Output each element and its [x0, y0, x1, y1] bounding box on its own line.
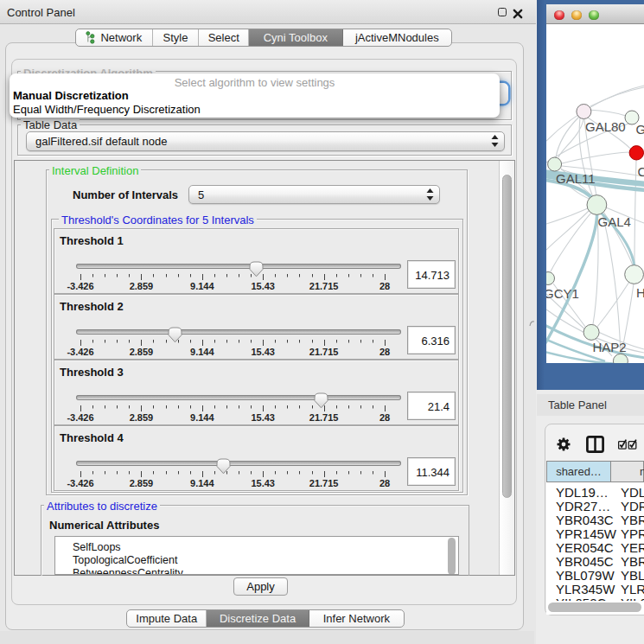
- svg-text:GA: GA: [636, 122, 644, 137]
- svg-text:GAL80: GAL80: [585, 119, 626, 134]
- svg-text:H: H: [636, 285, 644, 300]
- svg-text:HAP2: HAP2: [593, 340, 627, 354]
- svg-text:GAL4: GAL4: [598, 214, 631, 229]
- svg-text:GCY1: GCY1: [546, 286, 579, 301]
- svg-text:GAL11: GAL11: [556, 171, 596, 186]
- svg-text:C: C: [638, 164, 644, 179]
